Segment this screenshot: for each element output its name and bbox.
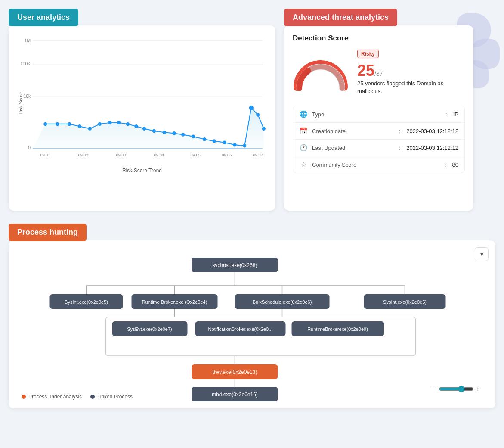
svg-text:Risk Score: Risk Score bbox=[19, 92, 24, 115]
svg-text:09 07: 09 07 bbox=[253, 152, 263, 157]
community-score-value: 80 bbox=[452, 162, 458, 168]
detection-score-title: Detection Score bbox=[293, 34, 465, 43]
user-analytics-label: User analytics bbox=[9, 9, 78, 26]
score-number: 25 bbox=[357, 62, 374, 79]
svg-text:NotificationBroker.exe(0x2e0..: NotificationBroker.exe(0x2e0... bbox=[208, 327, 273, 332]
svg-point-11 bbox=[68, 122, 71, 126]
svg-text:Runtime Broker.exe (Ox2e0e4): Runtime Broker.exe (Ox2e0e4) bbox=[142, 299, 207, 305]
svg-point-19 bbox=[142, 127, 146, 131]
zoom-minus[interactable]: − bbox=[432, 385, 436, 393]
svg-text:09 06: 09 06 bbox=[222, 152, 232, 157]
clock-icon: 🕐 bbox=[299, 144, 308, 152]
score-denom: /87 bbox=[374, 70, 383, 77]
svg-point-20 bbox=[152, 129, 156, 133]
zoom-plus[interactable]: + bbox=[476, 385, 480, 393]
svg-point-31 bbox=[256, 113, 260, 117]
svg-text:09 01: 09 01 bbox=[40, 152, 50, 157]
svg-text:dwv.exe(0x2e0e13): dwv.exe(0x2e0e13) bbox=[213, 369, 257, 375]
svg-point-22 bbox=[172, 131, 176, 135]
gauge-svg-overlay bbox=[293, 56, 349, 91]
svg-text:BulkSchedule.exe(0x2e0e6): BulkSchedule.exe(0x2e0e6) bbox=[253, 299, 312, 305]
advanced-threat-panel: Advanced threat analytics Detection Scor… bbox=[284, 9, 473, 211]
svg-point-18 bbox=[134, 124, 138, 128]
process-hunting-card: ▾ svchost.exe(0x268) SysInt.exe(0x2e0e5) bbox=[9, 240, 495, 408]
svg-point-17 bbox=[126, 122, 130, 126]
type-value: IP bbox=[453, 111, 458, 118]
svg-point-23 bbox=[181, 133, 185, 137]
svg-text:100K: 100K bbox=[20, 61, 31, 66]
svg-text:SysInt.exe(0x2e0e5): SysInt.exe(0x2e0e5) bbox=[383, 299, 427, 305]
globe-icon: 🌐 bbox=[299, 110, 308, 118]
detail-row-creation: 📅 Creation date : 2022-03-03 12:12:12 bbox=[293, 123, 464, 140]
svg-text:SysInt.exe(0x2e0e5): SysInt.exe(0x2e0e5) bbox=[65, 299, 108, 305]
details-table: 🌐 Type : IP 📅 Creation date : 2022-03-03… bbox=[293, 106, 465, 173]
legend-item-analysis: Process under analysis bbox=[22, 394, 82, 400]
advanced-threat-label: Advanced threat analytics bbox=[284, 9, 397, 26]
chart-svg: 1M 100K 10k 0 bbox=[17, 34, 267, 163]
svg-point-12 bbox=[78, 124, 81, 128]
community-score-key: Community Score bbox=[312, 162, 439, 168]
svg-text:svchost.exe(0x268): svchost.exe(0x268) bbox=[212, 262, 257, 268]
svg-text:10k: 10k bbox=[23, 93, 31, 99]
gauge bbox=[293, 56, 349, 89]
process-tree-svg: svchost.exe(0x268) SysInt.exe(0x2e0e5) R… bbox=[17, 253, 487, 391]
star-icon: ☆ bbox=[299, 161, 308, 168]
legend-label-linked: Linked Process bbox=[97, 394, 133, 400]
creation-date-value: 2022-03-03 12:12:12 bbox=[406, 128, 458, 134]
legend-dot-dark bbox=[90, 395, 95, 399]
svg-point-30 bbox=[249, 106, 254, 110]
svg-point-21 bbox=[163, 131, 166, 134]
last-updated-value: 2022-03-03 12:12:12 bbox=[406, 145, 458, 151]
svg-point-13 bbox=[88, 127, 92, 131]
legend-label-analysis: Process under analysis bbox=[28, 394, 82, 400]
svg-text:1M: 1M bbox=[25, 38, 31, 43]
svg-text:RuntimeBrokerexe(0x2e0e9): RuntimeBrokerexe(0x2e0e9) bbox=[307, 327, 368, 332]
svg-text:09 05: 09 05 bbox=[191, 152, 201, 157]
detail-row-community: ☆ Community Score : 80 bbox=[293, 156, 464, 173]
zoom-slider[interactable] bbox=[439, 386, 473, 392]
svg-text:mbd.exe(0x2e0e16): mbd.exe(0x2e0e16) bbox=[212, 392, 258, 398]
zoom-controls: − + bbox=[432, 385, 480, 393]
svg-point-32 bbox=[262, 127, 266, 131]
score-info: Risky 25/87 25 vendors flagged this Doma… bbox=[357, 50, 465, 95]
risky-badge: Risky bbox=[357, 50, 379, 58]
svg-text:SysEvt.exe(0x2e0e7): SysEvt.exe(0x2e0e7) bbox=[127, 327, 172, 332]
process-tree-container: svchost.exe(0x268) SysInt.exe(0x2e0e5) R… bbox=[17, 253, 487, 400]
process-legend: Process under analysis Linked Process bbox=[22, 394, 133, 400]
process-hunting-label: Process hunting bbox=[9, 224, 87, 241]
user-analytics-panel: User analytics 1M 100K 10k 0 bbox=[9, 9, 275, 211]
chart-title: Risk Score Trend bbox=[17, 168, 267, 174]
detail-row-updated: 🕐 Last Updated : 2022-03-03 12:12:12 bbox=[293, 140, 464, 156]
user-analytics-card: 1M 100K 10k 0 bbox=[9, 25, 275, 211]
svg-point-14 bbox=[98, 122, 101, 126]
svg-text:09 04: 09 04 bbox=[154, 152, 164, 157]
svg-point-10 bbox=[56, 122, 59, 126]
svg-point-24 bbox=[192, 135, 195, 139]
legend-dot-orange bbox=[22, 395, 26, 399]
score-description: 25 vendors flagged this Domain as malici… bbox=[357, 80, 465, 95]
svg-point-27 bbox=[223, 141, 226, 145]
svg-point-9 bbox=[43, 122, 47, 126]
svg-point-25 bbox=[203, 137, 206, 141]
detail-row-type: 🌐 Type : IP bbox=[293, 106, 464, 123]
svg-point-28 bbox=[233, 143, 236, 147]
svg-marker-8 bbox=[33, 108, 264, 148]
svg-point-15 bbox=[108, 121, 111, 124]
svg-point-29 bbox=[243, 144, 246, 148]
svg-text:0: 0 bbox=[28, 145, 31, 150]
svg-text:09 03: 09 03 bbox=[116, 152, 126, 157]
legend-item-linked: Linked Process bbox=[90, 394, 133, 400]
svg-point-26 bbox=[213, 139, 216, 143]
score-section: Risky 25/87 25 vendors flagged this Doma… bbox=[293, 50, 465, 95]
risk-score-chart: 1M 100K 10k 0 bbox=[17, 34, 267, 189]
advanced-threat-card: Detection Score bbox=[284, 25, 473, 211]
creation-date-key: Creation date bbox=[312, 128, 393, 134]
svg-text:09 02: 09 02 bbox=[78, 152, 88, 157]
type-key: Type bbox=[312, 111, 439, 118]
process-hunting-panel: Process hunting ▾ svchost.exe(0x268) Sys… bbox=[9, 224, 495, 408]
calendar-icon: 📅 bbox=[299, 127, 308, 135]
svg-point-16 bbox=[117, 121, 121, 124]
last-updated-key: Last Updated bbox=[312, 145, 393, 151]
